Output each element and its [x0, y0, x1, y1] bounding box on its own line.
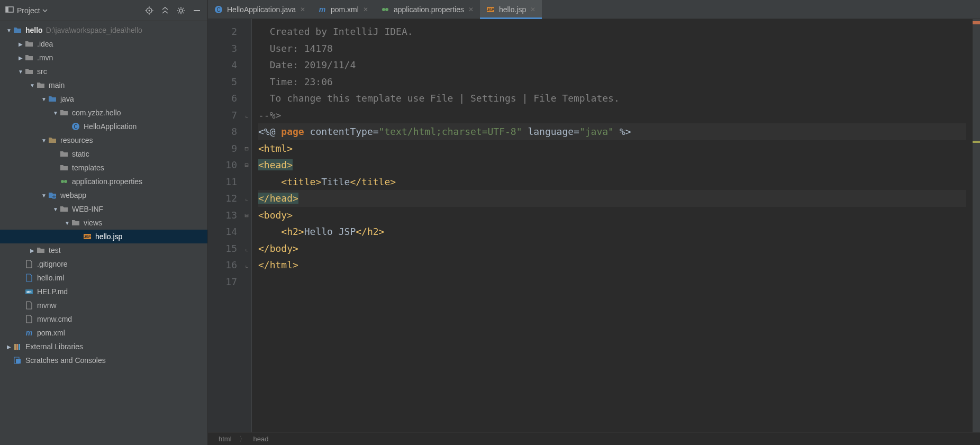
tree-arrow-icon[interactable]: ▼: [52, 206, 59, 212]
jsp-icon: JSP: [83, 232, 92, 241]
tree-arrow-icon[interactable]: ▼: [40, 138, 48, 143]
line-number: 7: [208, 107, 237, 124]
scratches-consoles[interactable]: Scratches and Consoles: [0, 353, 207, 367]
chevron-down-icon[interactable]: [42, 6, 48, 15]
minimize-icon[interactable]: [192, 5, 202, 16]
external-libraries[interactable]: ▶External Libraries: [0, 340, 207, 353]
fold-toggle-icon[interactable]: ⊟: [243, 212, 250, 219]
project-sidebar: Project ▼helloD:\java\workspace_idea\hel…: [0, 0, 208, 445]
folder-java[interactable]: ▼java: [0, 92, 207, 106]
file-hello-iml[interactable]: hello.iml: [0, 271, 207, 285]
fold-column[interactable]: ⌞⊟⊟⌞⊟⌞⌞: [242, 19, 252, 432]
tree-arrow-icon[interactable]: ▼: [17, 69, 24, 75]
warning-stripe[interactable]: [973, 141, 980, 143]
close-icon[interactable]: ✕: [530, 6, 536, 13]
tree-arrow-icon[interactable]: ▼: [5, 28, 13, 33]
class-icon: C: [71, 122, 80, 131]
tab-application-properties[interactable]: application.properties✕: [375, 0, 480, 19]
code-line[interactable]: User: 14178: [258, 40, 966, 57]
target-icon[interactable]: [144, 5, 155, 16]
project-tool-title[interactable]: Project: [17, 6, 40, 15]
tree-arrow-icon[interactable]: ▼: [40, 96, 48, 102]
file-mvnw-cmd[interactable]: mvnw.cmd: [0, 312, 207, 326]
tree-label: External Libraries: [25, 342, 83, 351]
editor-scrollbar[interactable]: [973, 19, 980, 432]
tree-label: HelloApplication: [84, 122, 137, 131]
breadcrumb-bar[interactable]: html〉head: [208, 432, 980, 445]
file-hello-jsp[interactable]: JSPhello.jsp: [0, 230, 207, 243]
close-icon[interactable]: ✕: [300, 6, 305, 13]
file-mvnw[interactable]: mvnw: [0, 298, 207, 312]
svg-point-3: [149, 10, 150, 11]
code-line[interactable]: <body>: [258, 207, 966, 224]
svg-point-12: [61, 180, 64, 183]
line-number: 15: [208, 240, 237, 257]
breadcrumb-item[interactable]: head: [253, 435, 269, 443]
file-help-md[interactable]: MDHELP.md: [0, 285, 207, 298]
folder-test[interactable]: ▶test: [0, 243, 207, 257]
code-line[interactable]: To change this template use File | Setti…: [258, 90, 966, 107]
code-line[interactable]: Created by IntelliJ IDEA.: [258, 23, 966, 40]
code-line[interactable]: Time: 23:06: [258, 74, 966, 90]
tab-pom-xml[interactable]: mpom.xml✕: [312, 0, 375, 19]
tree-arrow-icon[interactable]: ▼: [40, 193, 48, 198]
tree-arrow-icon[interactable]: ▼: [29, 83, 36, 88]
folder-idea[interactable]: ▶.idea: [0, 37, 207, 51]
folder-resources[interactable]: ▼resources: [0, 133, 207, 147]
tab-hello-application[interactable]: CHelloApplication.java✕: [208, 0, 312, 19]
tree-label: src: [37, 67, 47, 76]
code-content[interactable]: Created by IntelliJ IDEA. User: 14178 Da…: [252, 19, 973, 432]
gear-icon[interactable]: [176, 5, 186, 16]
fold-toggle-icon[interactable]: ⌞: [243, 112, 250, 119]
folder-icon: [24, 39, 34, 49]
project-tree[interactable]: ▼helloD:\java\workspace_idea\hello▶.idea…: [0, 21, 207, 445]
fold-toggle-icon[interactable]: ⊟: [243, 162, 250, 168]
fold-toggle-icon[interactable]: ⌞: [243, 262, 250, 268]
folder-web-inf[interactable]: ▼WEB-INF: [0, 202, 207, 216]
tree-arrow-icon[interactable]: ▼: [63, 220, 71, 226]
file-application-properties[interactable]: application.properties: [0, 175, 207, 188]
folder-src[interactable]: ▼src: [0, 65, 207, 78]
code-line[interactable]: [258, 274, 966, 290]
tree-label: java: [60, 95, 74, 103]
fold-toggle-icon[interactable]: ⊟: [243, 146, 250, 152]
close-icon[interactable]: ✕: [468, 6, 474, 13]
code-line[interactable]: <html>: [258, 140, 966, 157]
folder-main[interactable]: ▼main: [0, 78, 207, 92]
code-line[interactable]: <%@ page contentType="text/html;charset=…: [258, 123, 966, 140]
file-gitignore[interactable]: .gitignore: [0, 257, 207, 271]
error-stripe[interactable]: [973, 21, 980, 24]
collapse-all-icon[interactable]: [160, 5, 170, 16]
file-hello-application[interactable]: CHelloApplication: [0, 120, 207, 133]
code-line[interactable]: </head>: [258, 190, 966, 207]
folder-mvn[interactable]: ▶.mvn: [0, 51, 207, 65]
fold-toggle-icon[interactable]: ⌞: [243, 195, 250, 202]
tree-arrow-icon[interactable]: ▶: [17, 55, 24, 61]
line-number: 13: [208, 207, 237, 224]
tab-hello-jsp[interactable]: JSPhello.jsp✕: [480, 0, 542, 19]
code-line[interactable]: <head>: [258, 157, 966, 174]
tree-arrow-icon[interactable]: ▶: [17, 41, 24, 47]
close-icon[interactable]: ✕: [363, 6, 368, 13]
project-root[interactable]: ▼helloD:\java\workspace_idea\hello: [0, 23, 207, 37]
folder-templates[interactable]: templates: [0, 161, 207, 175]
code-line[interactable]: </html>: [258, 257, 966, 274]
project-view-icon: [5, 5, 14, 15]
package-com-yzbz-hello[interactable]: ▼com.yzbz.hello: [0, 106, 207, 120]
code-line[interactable]: Date: 2019/11/4: [258, 57, 966, 74]
tree-arrow-icon[interactable]: ▶: [29, 248, 36, 253]
code-line[interactable]: --%>: [258, 107, 966, 124]
file-pom-xml[interactable]: mpom.xml: [0, 326, 207, 340]
code-editor[interactable]: 234567891011121314151617 ⌞⊟⊟⌞⊟⌞⌞ Created…: [208, 19, 980, 432]
folder-views[interactable]: ▼views: [0, 216, 207, 230]
file-icon: [24, 259, 34, 269]
breadcrumb-item[interactable]: html: [219, 435, 232, 443]
fold-toggle-icon[interactable]: ⌞: [243, 246, 250, 252]
code-line[interactable]: <title>Title</title>: [258, 174, 966, 190]
code-line[interactable]: <h2>Hello JSP</h2>: [258, 223, 966, 240]
tree-arrow-icon[interactable]: ▼: [52, 110, 59, 116]
folder-webapp[interactable]: ▼webapp: [0, 188, 207, 202]
tree-arrow-icon[interactable]: ▶: [5, 344, 13, 350]
folder-static[interactable]: static: [0, 147, 207, 161]
code-line[interactable]: </body>: [258, 240, 966, 257]
